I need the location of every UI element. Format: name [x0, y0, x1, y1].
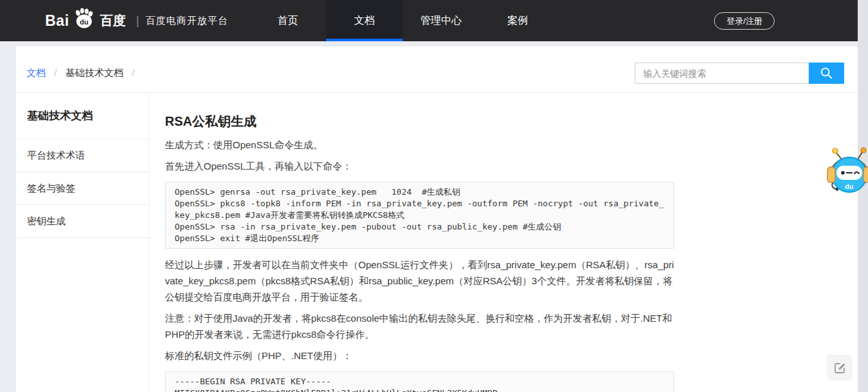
breadcrumb-separator: /: [54, 67, 57, 78]
paragraph-example-intro: 标准的私钥文件示例（PHP、.NET使用）：: [165, 348, 674, 364]
breadcrumb-current: 基础技术文档: [66, 67, 124, 78]
sidebar-item-sign-verify[interactable]: 签名与验签: [16, 172, 149, 205]
top-navbar: Bai du 百度 | 百度电商开放平台 首页 文档 管理中心 案例 登录/注册: [0, 0, 868, 41]
nav-item-cases[interactable]: 案例: [479, 0, 556, 41]
logo-text-cn: 百度: [100, 12, 126, 30]
docs-sidebar: 基础技术文档 平台技术术语 签名与验签 密钥生成: [16, 93, 149, 392]
customer-service-robot[interactable]: du: [827, 142, 868, 200]
main-nav: 首页 文档 管理中心 案例: [249, 0, 556, 41]
search-icon: [819, 66, 834, 81]
mascot-label: du: [845, 182, 853, 190]
nav-item-docs[interactable]: 文档: [326, 0, 403, 41]
breadcrumb-row: 文档 / 基础技术文档 /: [16, 46, 858, 93]
article: RSA公私钥生成 生成方式：使用OpenSSL命令生成。 首先进入OpenSSL…: [165, 112, 674, 392]
baidu-logo[interactable]: Bai du 百度 | 百度电商开放平台: [45, 0, 228, 41]
paragraph-steps-result: 经过以上步骤，开发者可以在当前文件夹中（OpenSSL运行文件夹），看到rsa_…: [165, 257, 674, 305]
edit-icon: [833, 360, 847, 375]
columns: 基础技术文档 平台技术术语 签名与验签 密钥生成 RSA公私钥生成 生成方式：使…: [16, 93, 858, 392]
search-input[interactable]: [635, 63, 809, 84]
breadcrumb-separator: /: [132, 67, 135, 78]
paragraph-java-note: 注意：对于使用Java的开发者，将pkcs8在console中输出的私钥去除头尾…: [165, 310, 674, 342]
nav-item-console[interactable]: 管理中心: [403, 0, 479, 41]
robot-mascot-icon: du: [827, 142, 868, 197]
code-block-private-key-example: -----BEGIN RSA PRIVATE KEY----- MIICXQIB…: [165, 371, 674, 392]
login-register-button[interactable]: 登录/注册: [714, 12, 775, 30]
feedback-edit-button[interactable]: [827, 355, 853, 380]
code-block-openssl-commands: OpenSSL> genrsa -out rsa_private_key.pem…: [165, 182, 674, 249]
paragraph-generation-method: 生成方式：使用OpenSSL命令生成。: [165, 137, 674, 153]
search-button[interactable]: [809, 63, 844, 84]
page-title: RSA公私钥生成: [165, 112, 674, 130]
baidu-paw-icon: du: [72, 8, 96, 30]
logo-text-bai: Bai: [45, 12, 69, 30]
breadcrumb-link-docs[interactable]: 文档: [26, 67, 46, 78]
logo-text-du: du: [80, 18, 88, 26]
content-card: 文档 / 基础技术文档 / 基础技术文档 平台技术术语 签名与验签 密钥生成 R: [16, 46, 858, 392]
product-name: 百度电商开放平台: [146, 15, 228, 27]
paragraph-openssl-intro: 首先进入OpenSSL工具，再输入以下命令：: [165, 158, 674, 174]
breadcrumb: 文档 / 基础技术文档 /: [26, 67, 140, 79]
sidebar-item-key-generation[interactable]: 密钥生成: [16, 205, 149, 238]
main-content: RSA公私钥生成 生成方式：使用OpenSSL命令生成。 首先进入OpenSSL…: [149, 93, 858, 392]
sidebar-title: 基础技术文档: [16, 93, 149, 139]
logo-divider: |: [136, 14, 139, 28]
search-bar: [635, 63, 844, 84]
sidebar-item-platform-terms[interactable]: 平台技术术语: [16, 139, 149, 172]
nav-item-home[interactable]: 首页: [249, 0, 326, 41]
